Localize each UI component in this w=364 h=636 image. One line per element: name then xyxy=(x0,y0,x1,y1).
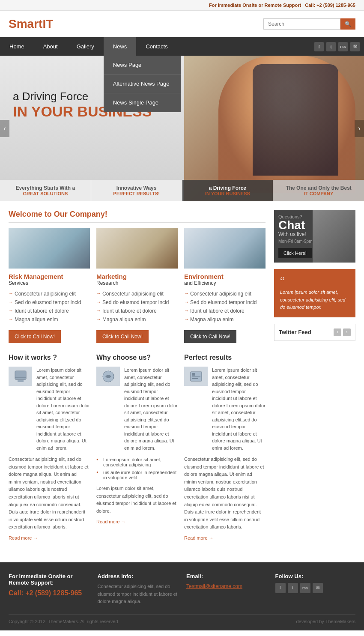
nav-facebook-icon[interactable]: f xyxy=(314,42,324,51)
how-title-2: Why choose us? xyxy=(96,354,178,361)
nav-about[interactable]: About xyxy=(34,37,67,56)
footer-col-4: Follow Us: f t rss ✉ xyxy=(275,573,356,606)
how-col-3: Perfect results Lorem ipsum dolor sit am… xyxy=(184,354,266,541)
chat-content: Questions? Chat With us live! Mon-Fri 8a… xyxy=(278,214,351,258)
search-input[interactable] xyxy=(263,18,340,30)
how-icon-2 xyxy=(96,367,120,386)
how-title-1: How it works ? xyxy=(9,354,90,361)
service-card-1: Risk Management Services Consectetur adi… xyxy=(9,228,90,343)
footer-mail-icon[interactable]: ✉ xyxy=(313,583,323,593)
footer-col-2: Address Info: Consectetur adipisicing el… xyxy=(98,573,178,606)
search-box: 🔍 xyxy=(263,18,355,30)
svg-rect-5 xyxy=(192,373,195,376)
twitter-label: Twitter Feed xyxy=(279,329,311,335)
topbar-phone: +2 (589) 1285-965 xyxy=(316,3,355,8)
nav-home[interactable]: Home xyxy=(0,37,34,56)
nav-news-link[interactable]: News xyxy=(104,37,137,56)
footer-email[interactable]: Testmail@sitename.com xyxy=(186,583,242,589)
slider-thumb-1[interactable]: Everything Starts With a GREAT SOLUTIONS xyxy=(0,180,91,201)
service-img-2 xyxy=(96,228,178,269)
thumb-sub-4: IT COMPANY xyxy=(277,191,360,196)
twitter-feed: Twitter Feed ‹ › xyxy=(274,324,355,341)
how-inner-3: Lorem ipsum dolor sit amet, consectetur … xyxy=(184,367,266,451)
nav-gallery-link[interactable]: Gallery xyxy=(67,37,104,56)
how-readmore-3[interactable]: Read more → xyxy=(184,535,213,540)
how-col-1: How it works ? Lorem ipsum dolor sit ame… xyxy=(9,354,90,541)
how-readmore-1[interactable]: Read more → xyxy=(9,535,38,540)
news-dropdown: News Page Alternative News Page News Sin… xyxy=(104,56,181,112)
nav-news[interactable]: News News Page Alternative News Page New… xyxy=(104,37,137,56)
top-bar: For Immediate Onsite or Remote Support C… xyxy=(0,0,364,11)
how-icon-1 xyxy=(9,367,32,386)
nav-gallery[interactable]: Gallery xyxy=(67,37,104,56)
how-body-1a: Lorem ipsum dolor sit amet, consectetur … xyxy=(36,367,90,451)
how-body-1b: Consectetur adipisicing elit, sed do eiu… xyxy=(9,456,90,531)
slider-thumb-3[interactable]: a Driving Force IN YOUR BUSINESS xyxy=(182,180,274,201)
footer-social: f t rss ✉ xyxy=(275,583,356,593)
twitter-next[interactable]: › xyxy=(343,328,351,336)
footer-facebook-icon[interactable]: f xyxy=(275,583,286,593)
twitter-prev[interactable]: ‹ xyxy=(334,328,341,336)
service-subtitle-3: and Efficiency xyxy=(184,280,266,286)
how-section: How it works ? Lorem ipsum dolor sit ame… xyxy=(9,354,266,541)
footer-col-1: For Immediate Onsite or Remote Support: … xyxy=(9,573,89,606)
how-body-3b: Consectetur adipisicing elit, sed do eiu… xyxy=(184,456,266,531)
nav-social: f t rss ✉ xyxy=(314,42,364,51)
footer-columns: For Immediate Onsite or Remote Support: … xyxy=(9,573,355,606)
footer: For Immediate Onsite or Remote Support: … xyxy=(0,562,364,630)
footer-title-3: Email: xyxy=(186,573,267,579)
service-item-3-2: Sed do eiusmod tempor incid xyxy=(184,298,266,307)
how-readmore-2[interactable]: Read more → xyxy=(96,519,125,524)
dropdown-news-page[interactable]: News Page xyxy=(104,56,181,75)
service-title-3: Environment xyxy=(184,273,266,280)
service-cards: Risk Management Services Consectetur adi… xyxy=(9,228,266,343)
thumb-title-1: Everything Starts With a xyxy=(4,185,87,191)
header: SmartIT 🔍 xyxy=(0,11,364,37)
service-item-3-1: Consectetur adipisicing elit xyxy=(184,290,266,298)
chat-button[interactable]: Click Here! xyxy=(278,248,312,258)
footer-rss-icon[interactable]: rss xyxy=(300,583,310,593)
service-btn-1[interactable]: Click to Call Now! xyxy=(9,330,61,343)
service-title-1: Risk Management xyxy=(9,273,90,280)
hero-prev-button[interactable]: ‹ xyxy=(0,120,9,137)
service-btn-2[interactable]: Click to Call Now! xyxy=(96,330,149,343)
nav-twitter-icon[interactable]: t xyxy=(326,42,336,51)
footer-title-2: Address Info: xyxy=(98,573,178,579)
service-btn-3[interactable]: Click to Call Now! xyxy=(184,330,236,343)
footer-twitter-icon[interactable]: t xyxy=(288,583,298,593)
service-img-3 xyxy=(184,228,266,269)
hero-next-button[interactable]: › xyxy=(355,120,364,137)
main-nav: Home About Gallery News News Page Altern… xyxy=(0,37,364,56)
service-item-1-3: Idunt ut labore et dolore xyxy=(9,307,90,315)
footer-title-4: Follow Us: xyxy=(275,573,356,579)
svg-rect-7 xyxy=(192,378,198,379)
service-item-2-1: Consectetur adipisicing elit xyxy=(96,290,178,298)
slider-thumbs: Everything Starts With a GREAT SOLUTIONS… xyxy=(0,180,364,201)
service-item-1-2: Sed do eiusmod tempor incid xyxy=(9,298,90,307)
search-button[interactable]: 🔍 xyxy=(340,18,355,30)
dropdown-single-news[interactable]: News Single Page xyxy=(104,93,181,112)
service-list-1: Consectetur adipisicing elit Sed do eius… xyxy=(9,290,90,324)
how-inner-1: Lorem ipsum dolor sit amet, consectetur … xyxy=(9,367,90,451)
slider-thumb-4[interactable]: The One and Only the Best IT COMPANY xyxy=(273,180,364,201)
hero-section: a Driving Force IN YOUR BUSINESS ‹ › Eve… xyxy=(0,56,364,201)
topbar-call: Call: xyxy=(305,3,315,8)
nav-home-link[interactable]: Home xyxy=(0,37,34,56)
nav-contacts[interactable]: Contacts xyxy=(136,37,177,56)
logo: SmartIT xyxy=(9,17,53,31)
chat-word: Chat xyxy=(278,219,351,231)
chat-box: Questions? Chat With us live! Mon-Fri 8a… xyxy=(274,210,355,263)
thumb-title-3: a Driving Force xyxy=(187,185,269,191)
nav-contacts-link[interactable]: Contacts xyxy=(136,37,177,56)
nav-rss-icon[interactable]: rss xyxy=(338,42,348,51)
main-wrapper: Welcome to Our Company! Risk Management … xyxy=(0,201,364,558)
dropdown-alt-news[interactable]: Alternative News Page xyxy=(104,75,181,93)
nav-about-link[interactable]: About xyxy=(34,37,67,56)
nav-mail-icon[interactable]: ✉ xyxy=(350,42,360,51)
footer-col-3: Email: Testmail@sitename.com xyxy=(186,573,267,606)
service-item-3-4: Magna aliqua enim xyxy=(184,315,266,324)
slider-thumb-2[interactable]: Innovative Ways PERFECT RESULTS! xyxy=(91,180,182,201)
service-list-3: Consectetur adipisicing elit Sed do eius… xyxy=(184,290,266,324)
service-img-1 xyxy=(9,228,90,269)
hero-background xyxy=(184,56,364,201)
